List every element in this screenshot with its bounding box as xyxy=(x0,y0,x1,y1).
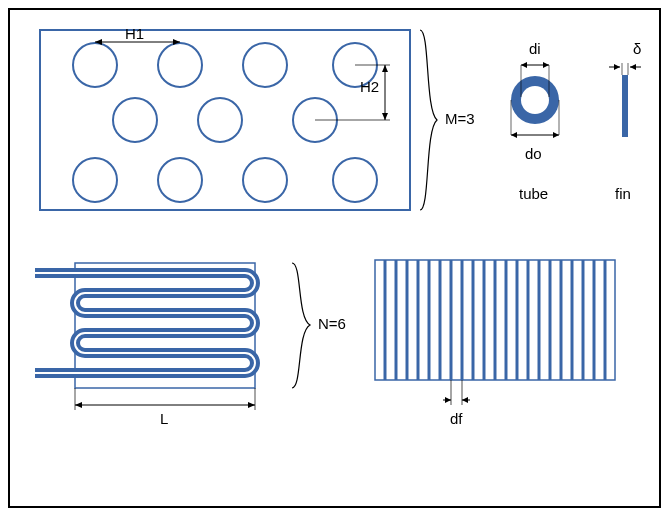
serpentine-coil xyxy=(35,255,285,415)
label-H2: H2 xyxy=(360,78,379,95)
label-fin: fin xyxy=(615,185,631,202)
label-M: M=3 xyxy=(445,110,475,127)
svg-marker-28 xyxy=(511,132,517,138)
svg-marker-34 xyxy=(614,64,620,70)
fin-cross-section xyxy=(605,55,645,145)
svg-point-5 xyxy=(113,98,157,142)
label-N: N=6 xyxy=(318,315,346,332)
svg-point-9 xyxy=(158,158,202,202)
outer-frame: H1 H2 M=3 di do tube δ fin xyxy=(8,8,661,508)
svg-rect-32 xyxy=(622,75,628,137)
svg-marker-42 xyxy=(248,402,255,408)
svg-marker-17 xyxy=(382,113,388,120)
svg-point-3 xyxy=(243,43,287,87)
label-tube: tube xyxy=(519,185,548,202)
tube-array-face-view xyxy=(40,30,410,210)
label-df: df xyxy=(450,410,463,427)
svg-marker-16 xyxy=(382,65,388,72)
svg-point-21 xyxy=(521,86,549,114)
svg-point-10 xyxy=(243,158,287,202)
svg-marker-29 xyxy=(553,132,559,138)
n-brace xyxy=(288,263,316,388)
label-di: di xyxy=(529,40,541,57)
svg-point-11 xyxy=(333,158,377,202)
label-H1: H1 xyxy=(125,25,144,42)
label-do: do xyxy=(525,145,542,162)
svg-point-6 xyxy=(198,98,242,142)
label-L: L xyxy=(160,410,168,427)
svg-marker-41 xyxy=(75,402,82,408)
svg-marker-24 xyxy=(543,62,549,68)
label-delta: δ xyxy=(633,40,641,57)
svg-marker-68 xyxy=(445,397,451,403)
svg-marker-23 xyxy=(521,62,527,68)
svg-point-2 xyxy=(158,43,202,87)
fin-array-side-view xyxy=(375,260,625,420)
svg-marker-70 xyxy=(462,397,468,403)
m-brace xyxy=(415,30,445,210)
svg-point-8 xyxy=(73,158,117,202)
svg-point-1 xyxy=(73,43,117,87)
svg-marker-36 xyxy=(630,64,636,70)
tube-cross-section xyxy=(500,55,570,145)
